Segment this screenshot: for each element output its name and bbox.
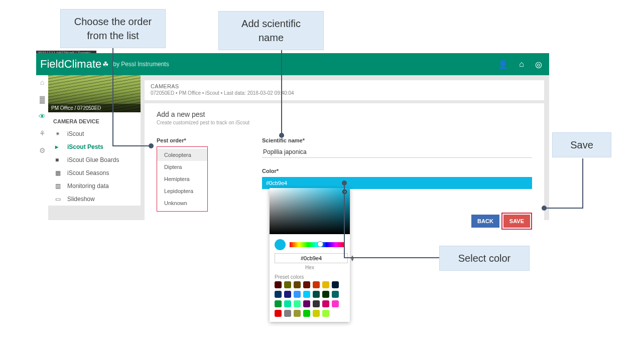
preset-swatch[interactable]	[313, 281, 320, 288]
sidebar-item-iscout-pests[interactable]: ▸iScout Pests	[48, 140, 141, 153]
topbar-icons: 👤 ⌂ ◎	[498, 60, 542, 69]
preset-swatch[interactable]	[294, 281, 301, 288]
preset-swatch[interactable]	[284, 300, 291, 307]
saturation-panel[interactable]	[270, 188, 350, 234]
preset-swatch[interactable]	[284, 310, 291, 317]
preset-swatch[interactable]	[322, 281, 329, 288]
preset-swatch[interactable]	[284, 281, 291, 288]
preset-swatch[interactable]	[294, 300, 301, 307]
bug-icon: ✴	[55, 130, 62, 137]
section-title: Add a new pest	[157, 110, 532, 118]
bars-icon: ▥	[55, 183, 62, 190]
preset-swatch[interactable]	[332, 300, 339, 307]
preset-swatch[interactable]	[275, 291, 282, 298]
sidepanel-title: CAMERA DEVICE	[48, 112, 141, 127]
preset-swatch[interactable]	[313, 300, 320, 307]
preset-swatch[interactable]	[313, 291, 320, 298]
preset-swatch[interactable]	[322, 310, 329, 317]
sidepanel: PM Office / 072050ED CAMERA DEVICE ✴iSco…	[48, 75, 141, 206]
preset-swatch[interactable]	[294, 310, 301, 317]
sidebar-item-glue-boards[interactable]: ■iScout Glue Boards	[48, 153, 141, 166]
preset-swatch[interactable]	[322, 300, 329, 307]
preset-swatch[interactable]	[313, 310, 320, 317]
sidebar-item-monitoring[interactable]: ▥Monitoring data	[48, 179, 141, 193]
preset-grid	[270, 281, 350, 317]
callout-order: Choose the order from the list	[60, 9, 166, 48]
hue-slider[interactable]	[290, 242, 345, 247]
back-button[interactable]: BACK	[471, 215, 499, 228]
calendar-icon: ▦	[55, 169, 62, 176]
pest-order-label: Pest order*	[157, 137, 252, 143]
preset-swatch[interactable]	[275, 300, 282, 307]
content-meta: 072050ED • PM Office • iScout • Last dat…	[151, 90, 538, 96]
form-buttons: BACK SAVE	[471, 213, 532, 230]
field-thumbnail: PM Office / 072050ED	[48, 75, 141, 112]
logo: FieldClimate☘	[40, 58, 109, 71]
order-diptera[interactable]: Diptera	[157, 161, 207, 173]
rail-plant-icon[interactable]: ⚘	[39, 129, 46, 137]
callout-name: Add scientific name	[218, 11, 324, 50]
sublogo: by Pessl Instruments	[113, 61, 169, 68]
scientific-name-input[interactable]	[262, 146, 532, 158]
rail-chart-icon[interactable]: ▓	[40, 95, 45, 103]
preset-swatch[interactable]	[332, 281, 339, 288]
hex-label: Hex	[270, 265, 350, 270]
preset-label: Preset colors	[270, 270, 350, 281]
preset-swatch[interactable]	[303, 281, 310, 288]
slideshow-icon: ▭	[55, 196, 62, 203]
preset-swatch[interactable]	[332, 291, 339, 298]
pest-order-list[interactable]: Coleoptera Diptera Hemiptera Lepidoptera…	[157, 146, 208, 212]
field-caption: PM Office / 072050ED	[48, 104, 141, 112]
preset-swatch[interactable]	[284, 291, 291, 298]
sidebar-item-seasons[interactable]: ▦iScout Seasons	[48, 166, 141, 179]
tag-icon: ▸	[55, 143, 62, 150]
callout-save: Save	[552, 132, 611, 157]
order-unknown[interactable]: Unknown	[157, 197, 207, 209]
preset-swatch[interactable]	[275, 281, 282, 288]
color-picker: ▲▼ Hex Preset colors	[270, 188, 350, 322]
preset-swatch[interactable]	[275, 310, 282, 317]
content-heading: CAMERAS	[151, 83, 538, 89]
sidebar-item-slideshow[interactable]: ▭Slideshow	[48, 193, 141, 206]
rail-home-icon[interactable]: ⌂	[40, 78, 44, 86]
leaf-icon: ☘	[102, 60, 109, 68]
broadcast-icon[interactable]: ◎	[535, 60, 542, 69]
callout-color: Select color	[439, 246, 530, 271]
home-icon[interactable]: ⌂	[519, 60, 524, 69]
hue-cursor[interactable]	[317, 241, 323, 247]
content-header: CAMERAS 072050ED • PM Office • iScout • …	[145, 80, 544, 100]
order-lepidoptera[interactable]: Lepidoptera	[157, 185, 207, 197]
preset-swatch[interactable]	[303, 291, 310, 298]
save-button[interactable]: SAVE	[503, 215, 530, 228]
rail-gear-icon[interactable]: ⚙	[39, 146, 46, 154]
rail-eye-icon[interactable]: 👁	[39, 112, 46, 120]
left-rail: ⌂ ▓ 👁 ⚘ ⚙	[36, 75, 48, 220]
user-icon[interactable]: 👤	[498, 60, 508, 69]
order-hemiptera[interactable]: Hemiptera	[157, 173, 207, 185]
order-coleoptera[interactable]: Coleoptera	[157, 149, 207, 161]
preset-swatch[interactable]	[303, 310, 310, 317]
board-icon: ■	[55, 156, 62, 163]
preset-swatch[interactable]	[322, 291, 329, 298]
scientific-name-label: Scientific name*	[262, 137, 532, 143]
color-field[interactable]: #0cb9e4	[262, 177, 532, 189]
sidebar-item-iscout[interactable]: ✴iScout	[48, 127, 141, 140]
preset-swatch[interactable]	[294, 291, 301, 298]
section-sub: Create customized pest to track on iScou…	[157, 120, 532, 125]
current-swatch	[275, 239, 286, 250]
hex-input[interactable]	[275, 253, 348, 263]
save-highlight: SAVE	[501, 213, 532, 230]
color-label: Color*	[262, 168, 532, 174]
preset-swatch[interactable]	[303, 300, 310, 307]
hex-spinner[interactable]: ▲▼	[350, 255, 355, 261]
